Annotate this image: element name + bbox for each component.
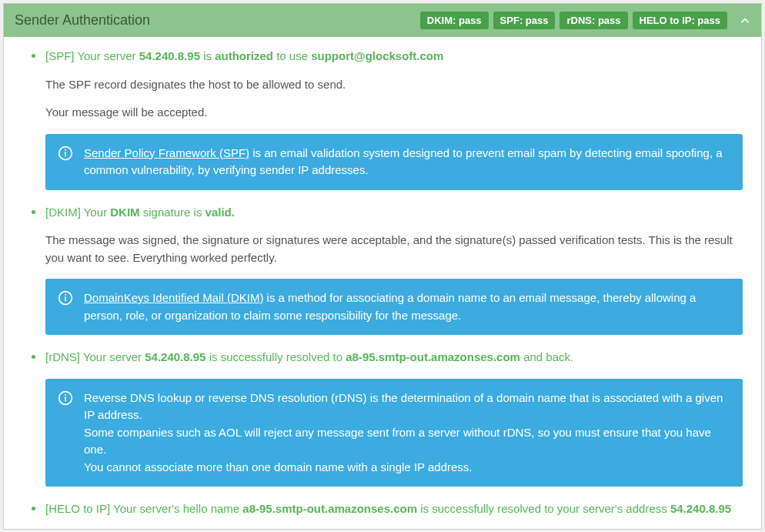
- spf-title: [SPF] Your server 54.240.8.95 is authori…: [45, 48, 743, 65]
- spf-para-1: The SPF record designates the host to be…: [45, 76, 743, 94]
- panel-body: [SPF] Your server 54.240.8.95 is authori…: [4, 37, 761, 529]
- panel-title: Sender Authentication: [15, 12, 150, 28]
- rdns-badge: rDNS: pass: [560, 12, 627, 29]
- panel-header-badges: DKIM: pass SPF: pass rDNS: pass HELO to …: [420, 12, 750, 29]
- dkim-info-text: DomainKeys Identified Mail (DKIM) is a m…: [84, 289, 729, 324]
- svg-point-5: [65, 294, 66, 296]
- info-icon: [58, 290, 73, 306]
- dkim-badge: DKIM: pass: [420, 12, 489, 29]
- dkim-title: [DKIM] Your DKIM signature is valid.: [45, 204, 743, 222]
- rdns-title: [rDNS] Your server 54.240.8.95 is succes…: [45, 349, 743, 366]
- info-icon: [58, 146, 73, 161]
- spf-badge: SPF: pass: [493, 12, 556, 29]
- dkim-para-1: The message was signed, the signature or…: [45, 232, 743, 266]
- rdns-info-text: Reverse DNS lookup or reverse DNS resolu…: [84, 390, 729, 477]
- helo-title: [HELO to IP] Your server's hello name a8…: [45, 500, 743, 518]
- list-item-helo: [HELO to IP] Your server's hello name a8…: [22, 500, 743, 518]
- dkim-info-box: DomainKeys Identified Mail (DKIM) is a m…: [45, 279, 743, 335]
- spf-info-text: Sender Policy Framework (SPF) is an emai…: [84, 145, 729, 179]
- list-item-dkim: [DKIM] Your DKIM signature is valid. The…: [22, 204, 743, 336]
- list-item-rdns: [rDNS] Your server 54.240.8.95 is succes…: [22, 349, 743, 487]
- auth-items-list: [SPF] Your server 54.240.8.95 is authori…: [22, 48, 743, 518]
- spf-para-2: Your message will be accepted.: [45, 104, 743, 122]
- dkim-info-link[interactable]: DomainKeys Identified Mail (DKIM): [84, 291, 263, 304]
- sender-auth-panel: Sender Authentication DKIM: pass SPF: pa…: [3, 3, 762, 530]
- helo-badge: HELO to IP: pass: [633, 12, 727, 29]
- panel-header[interactable]: Sender Authentication DKIM: pass SPF: pa…: [4, 4, 761, 37]
- spf-info-box: Sender Policy Framework (SPF) is an emai…: [45, 134, 743, 190]
- info-icon: [58, 390, 73, 406]
- list-item-spf: [SPF] Your server 54.240.8.95 is authori…: [22, 48, 743, 190]
- svg-point-8: [65, 393, 66, 395]
- svg-point-2: [65, 149, 66, 150]
- spf-info-link[interactable]: Sender Policy Framework (SPF): [84, 146, 249, 159]
- rdns-info-box: Reverse DNS lookup or reverse DNS resolu…: [45, 379, 743, 487]
- chevron-up-icon[interactable]: [740, 15, 750, 26]
